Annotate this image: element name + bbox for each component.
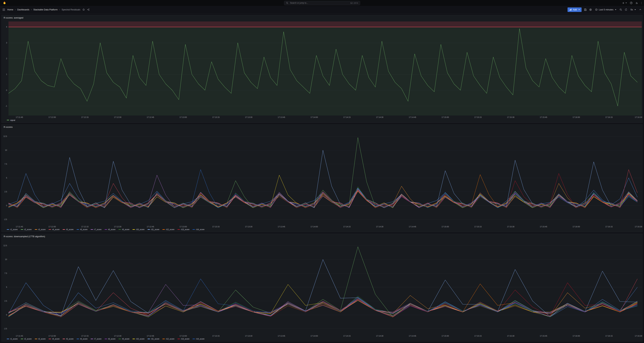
x-tick-label: 17:12:15	[81, 226, 88, 228]
user-avatar[interactable]	[641, 2, 642, 4]
series-line-r4_score	[8, 279, 638, 316]
news-button[interactable]	[636, 2, 638, 4]
time-series-chart[interactable]: -2.502.557.51012.517:11:4517:12:0017:12:…	[2, 130, 642, 228]
legend-item-r12_score[interactable]: r12_score	[162, 228, 174, 230]
zoom-out-button[interactable]	[620, 8, 622, 11]
legend-item-signal[interactable]: signal	[7, 119, 15, 121]
panel-header[interactable]: R-scores	[2, 125, 642, 130]
legend-item-r12_score[interactable]: r12_score	[162, 338, 174, 340]
legend-item-r6_score[interactable]: r6_score	[77, 338, 88, 340]
grafana-logo[interactable]	[2, 1, 6, 5]
legend-label: r13_score	[181, 228, 190, 230]
x-tick-label: 17:13:30	[245, 226, 252, 228]
time-range-picker[interactable]: Last 5 minutes	[594, 7, 617, 12]
legend-item-r4_score[interactable]: r4_score	[48, 228, 60, 230]
x-tick-label: 17:12:00	[48, 226, 56, 228]
legend-item-r8_score[interactable]: r8_score	[105, 338, 116, 340]
legend-item-r6_score[interactable]: r6_score	[77, 228, 88, 230]
legend-item-r4_score[interactable]: r4_score	[48, 338, 60, 340]
breadcrumb-folder[interactable]: Stackable Data Platform	[34, 8, 58, 11]
x-tick-label: 17:16:00	[572, 226, 580, 228]
time-series-chart[interactable]: -2.502.557.51012.517:11:4517:12:0017:12:…	[2, 239, 642, 337]
legend-item-r3_score[interactable]: r3_score	[35, 338, 46, 340]
search-icon	[286, 2, 288, 4]
x-tick-label: 17:16:30	[635, 335, 642, 337]
new-menu-button[interactable]	[622, 2, 627, 4]
legend-item-r7_score[interactable]: r7_score	[91, 338, 102, 340]
legend-item-r13_score[interactable]: r13_score	[178, 338, 190, 340]
chart-canvas: -2.502.557.51012.517:11:4517:12:0017:12:…	[2, 239, 643, 337]
panel-header[interactable]: R-scores: downsampled (LTTB algorithm)	[2, 234, 642, 239]
legend-item-r2_score[interactable]: r2_score	[21, 338, 32, 340]
dashboard-settings-button[interactable]	[589, 8, 592, 11]
add-panel-button[interactable]: Add	[568, 8, 582, 12]
legend-swatch	[91, 339, 93, 339]
collapse-toolbar-button[interactable]	[639, 8, 642, 11]
top-navigation-bar: ctrl+k	[0, 0, 644, 6]
breadcrumb-dashboards[interactable]: Dashboards	[17, 8, 30, 11]
legend-item-r1_score[interactable]: r1_score	[7, 338, 18, 340]
panel-r-scores-averaged: R-scores: averaged -10123417:11:4517:12:…	[2, 15, 642, 123]
legend-item-r7_score[interactable]: r7_score	[91, 228, 102, 230]
legend-item-r14_score[interactable]: r14_score	[192, 228, 204, 230]
legend-swatch	[162, 229, 165, 230]
legend-label: r7_score	[94, 338, 102, 340]
y-axis: -2.502.557.51012.5	[4, 245, 642, 330]
breadcrumb-current-dashboard[interactable]: Spectral Residuals	[62, 8, 80, 11]
legend-swatch	[62, 339, 65, 339]
help-button[interactable]	[630, 2, 632, 4]
panel-header[interactable]: R-scores: averaged	[2, 15, 642, 20]
panel-title: R-scores: averaged	[4, 17, 23, 19]
legend-swatch	[21, 339, 23, 339]
x-tick-label: 17:13:00	[180, 335, 187, 337]
x-tick-label: 17:14:30	[376, 226, 384, 228]
legend-item-r10_score[interactable]: r10_score	[132, 228, 144, 230]
legend-item-r13_score[interactable]: r13_score	[178, 228, 190, 230]
x-tick-label: 17:13:00	[180, 116, 187, 118]
series-line-r10_score	[8, 175, 638, 208]
chevron-down-icon	[615, 9, 616, 10]
chart-legend: signal	[2, 119, 642, 123]
time-series-chart[interactable]: -10123417:11:4517:12:0017:12:1517:12:301…	[2, 20, 642, 119]
refresh-interval-picker[interactable]: 5s	[630, 7, 636, 12]
legend-item-r9_score[interactable]: r9_score	[118, 228, 130, 230]
legend-item-r5_score[interactable]: r5_score	[62, 338, 74, 340]
favorite-star-button[interactable]	[82, 8, 85, 11]
x-tick-label: 17:14:45	[409, 116, 416, 118]
y-tick-label: 5	[6, 177, 7, 179]
legend-item-r1_score[interactable]: r1_score	[7, 228, 18, 230]
save-dashboard-button[interactable]	[584, 8, 587, 11]
x-tick-label: 17:14:00	[310, 226, 318, 228]
series-line-r11_score	[8, 150, 638, 208]
legend-item-r8_score[interactable]: r8_score	[105, 228, 116, 230]
x-tick-label: 17:14:00	[310, 116, 318, 118]
x-tick-label: 17:16:00	[572, 116, 580, 118]
legend-item-r3_score[interactable]: r3_score	[35, 228, 46, 230]
menu-toggle-button[interactable]	[2, 9, 5, 11]
legend-item-r11_score[interactable]: r11_score	[148, 338, 159, 340]
chevron-up-icon	[639, 8, 642, 11]
refresh-button[interactable]	[625, 8, 628, 11]
search-input[interactable]	[290, 2, 349, 4]
legend-item-r14_score[interactable]: r14_score	[192, 338, 204, 340]
star-icon	[82, 8, 85, 11]
clock-icon	[595, 8, 598, 11]
x-tick-label: 17:15:30	[507, 335, 514, 337]
legend-label: r7_score	[94, 228, 102, 230]
legend-item-r10_score[interactable]: r10_score	[132, 338, 144, 340]
legend-swatch	[62, 229, 65, 230]
legend-swatch	[105, 229, 107, 230]
breadcrumb-home[interactable]: Home	[7, 8, 13, 11]
x-tick-label: 17:15:45	[540, 116, 547, 118]
legend-item-r2_score[interactable]: r2_score	[21, 228, 32, 230]
legend-item-r9_score[interactable]: r9_score	[118, 338, 130, 340]
legend-item-r5_score[interactable]: r5_score	[62, 228, 74, 230]
share-button[interactable]	[87, 8, 90, 11]
series-line-r5_score	[8, 191, 638, 208]
legend-item-r11_score[interactable]: r11_score	[148, 228, 159, 230]
panel-title: R-scores: downsampled (LTTB algorithm)	[4, 235, 45, 238]
search-box[interactable]: ctrl+k	[284, 1, 360, 5]
legend-swatch	[48, 339, 51, 339]
series-line-r8_score	[8, 190, 638, 208]
legend-swatch	[192, 339, 195, 339]
